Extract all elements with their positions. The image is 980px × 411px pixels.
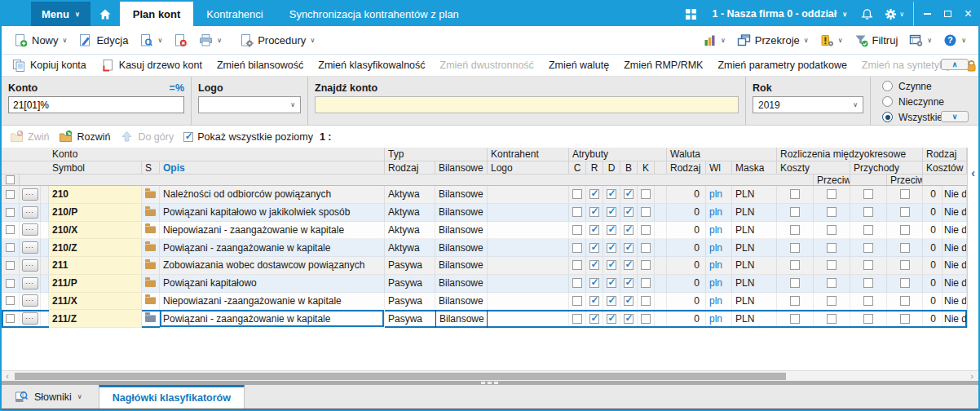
row-details-button[interactable]: ... [22,294,38,307]
cell-maska[interactable]: PLN [732,310,777,328]
attr-b-checkbox[interactable] [624,189,633,199]
procedures-button[interactable]: Procedury ∨ [234,31,320,50]
row-details-button[interactable]: ... [22,277,38,289]
cell-num[interactable]: 0 [923,186,942,204]
tab-naglowki-klasyfikatorow[interactable]: Nagłówki klasyfikatorów [99,385,245,409]
przychody-przeciws-checkbox[interactable] [900,225,910,235]
collapse-filter-up-button[interactable]: ∧ [941,59,969,70]
przychody-checkbox[interactable] [863,207,873,217]
layout-settings-button[interactable]: ∨ [903,31,938,50]
cell-symbol[interactable]: 210 [49,186,142,204]
table-row[interactable]: ... 210 Należności od odbiorców powiązan… [2,186,967,204]
cell-symbol[interactable]: 210/X [49,222,142,240]
col-d[interactable]: D [603,161,620,175]
cell-rodzaj-kosztow[interactable]: Nie do [942,293,967,311]
cell-bilansowe[interactable]: Bilansowe [435,239,488,257]
przychody-przeciws-checkbox[interactable] [900,207,910,217]
cell-waluta-rodzaj[interactable]: 0 [667,257,706,275]
radio-nieczynne[interactable]: Nieczynne [882,94,978,109]
koszty-przeciw-checkbox[interactable] [827,207,837,217]
col-przychody[interactable]: Przychody [850,161,923,175]
scroll-left-arrow[interactable]: ‹ [2,372,13,381]
col-waluta-rodzaj[interactable]: Rodzaj [667,161,706,175]
attr-b-checkbox[interactable] [624,207,633,217]
koszty-checkbox[interactable] [790,260,800,270]
group-konto[interactable]: Konto [49,148,385,161]
col-bilansowe[interactable]: Bilansowe [435,161,488,175]
apps-grid-button[interactable] [680,9,702,20]
new-button[interactable]: Nowy ∨ [8,31,73,50]
attr-c-checkbox[interactable] [572,296,582,306]
change-waluta-button[interactable]: Zmień walutę [541,60,616,71]
attr-r-checkbox[interactable] [589,225,599,235]
radio-czynne[interactable]: Czynne [882,78,978,94]
cell-waluta-link[interactable]: pln [706,239,732,257]
col-maska[interactable]: Maska [732,161,777,175]
slowniki-button[interactable]: Słowniki ∨ [7,385,90,409]
cell-rodzaj[interactable]: Pasywa [385,293,435,311]
maximize-button[interactable] [938,2,958,26]
przychody-przeciws-checkbox[interactable] [900,296,910,306]
row-checkbox[interactable] [6,208,15,217]
cell-symbol[interactable]: 211/P [49,275,142,293]
przekroje-button[interactable]: Przekroje ∨ [731,31,814,50]
attr-k-checkbox[interactable] [641,314,651,324]
cell-waluta-rodzaj[interactable]: 0 [667,293,706,311]
attr-r-checkbox[interactable] [589,207,599,217]
col-rodzaj[interactable]: Rodzaj [385,161,435,175]
cell-maska[interactable]: PLN [732,186,777,204]
col-kosztow[interactable]: Kosztów [923,161,967,175]
znajdz-konto-input[interactable] [315,96,739,113]
cell-rodzaj-kosztow[interactable]: Nie do [942,222,967,240]
cell-rodzaj[interactable]: Aktywa [385,239,435,257]
przychody-checkbox[interactable] [863,225,873,235]
koszty-przeciw-checkbox[interactable] [827,296,837,306]
cell-waluta-rodzaj[interactable]: 0 [667,222,706,240]
cell-num[interactable]: 0 [923,310,942,328]
splitter-grip-icon[interactable] [481,382,498,384]
group-atrybuty[interactable]: Atrybuty [569,148,667,161]
change-bilansowosc-button[interactable]: Zmień bilansowość [210,60,311,71]
cell-waluta-link[interactable]: pln [706,204,732,222]
attr-r-checkbox[interactable] [589,314,599,324]
cell-logo[interactable] [488,239,569,257]
row-details-button[interactable]: ... [22,188,38,201]
chart-button[interactable]: ∨ [697,31,731,50]
row-checkbox[interactable] [6,314,15,323]
attr-k-checkbox[interactable] [641,189,651,199]
row-checkbox[interactable] [6,225,15,234]
cell-bilansowe[interactable]: Bilansowe [435,275,488,293]
col-symbol[interactable]: Symbol [49,161,142,175]
cell-rodzaj[interactable]: Pasywa [385,257,435,275]
przychody-checkbox[interactable] [863,260,873,270]
col-b[interactable]: B [620,161,638,175]
attr-r-checkbox[interactable] [589,278,599,288]
przychody-przeciws-checkbox[interactable] [900,243,910,253]
table-row[interactable]: ... 210/X Niepowiazani - zaangażowanie w… [2,222,967,240]
cell-opis[interactable]: Należności od odbiorców powiązanych [160,186,385,204]
delete-button[interactable] [168,31,193,50]
alerts-settings-button[interactable]: ∨ [814,31,849,50]
delete-tree-button[interactable]: Kasuj drzewo kont [94,59,210,73]
cell-waluta-link[interactable]: pln [706,257,732,275]
attr-d-checkbox[interactable] [607,278,616,288]
cell-waluta-rodzaj[interactable]: 0 [667,186,706,204]
group-kontrahent[interactable]: Kontrahent [488,148,569,161]
cell-symbol[interactable]: 211/Z [49,310,142,328]
cell-bilansowe[interactable]: Bilansowe [435,293,488,311]
menu-button[interactable]: Menu ∨ [31,2,90,26]
koszty-checkbox[interactable] [790,225,800,235]
change-klasyfikowalnosc-button[interactable]: Zmień klasyfikowalność [311,60,432,71]
cell-opis[interactable]: Powiązani kapitałowo w jakikolwiek sposó… [160,204,385,222]
settings-button[interactable]: ∨ [879,8,910,20]
cell-rodzaj[interactable]: Aktywa [385,204,435,222]
przychody-przeciws-checkbox[interactable] [900,314,910,324]
cell-num[interactable]: 0 [923,204,942,222]
cell-waluta-rodzaj[interactable]: 0 [667,239,706,257]
cell-rodzaj-kosztow[interactable]: Nie do [942,310,967,328]
cell-bilansowe[interactable]: Bilansowe [435,310,488,328]
change-rmp-rmk-button[interactable]: Zmień RMP/RMK [616,60,710,71]
attr-c-checkbox[interactable] [572,207,582,217]
col-przychody-przeciws[interactable]: Przeciws [887,175,923,185]
koszty-checkbox[interactable] [790,278,800,288]
